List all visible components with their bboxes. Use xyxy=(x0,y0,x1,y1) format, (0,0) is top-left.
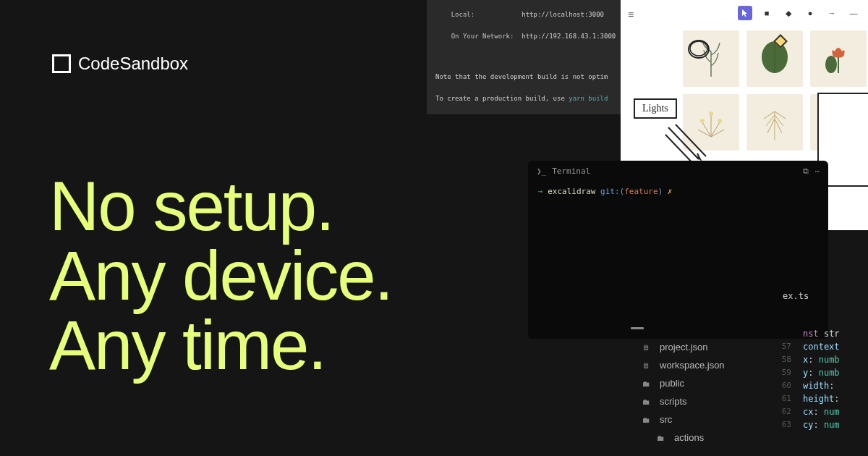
square-tool-button[interactable]: ■ xyxy=(760,6,774,20)
file-icon: 🗎 xyxy=(642,343,652,352)
logo-text: CodeSandbox xyxy=(78,54,188,74)
folder-item-actions[interactable]: 🖿 actions xyxy=(621,428,774,447)
prompt-dirty-icon: ✗ xyxy=(668,187,673,196)
terminal-header: ❯_ Terminal ⧉ ⋯ xyxy=(528,161,828,181)
file-name: project.json xyxy=(660,342,707,352)
prompt-directory: excalidraw xyxy=(548,187,595,196)
code-line: 60 width: xyxy=(774,379,868,392)
drag-handle-icon[interactable] xyxy=(631,327,644,329)
terminal-prompt-icon: ❯_ xyxy=(537,166,546,176)
build-note-1: Note that the development build is not o… xyxy=(435,73,612,80)
folder-item-src[interactable]: 🖿 src xyxy=(621,410,774,428)
plant-image-3[interactable] xyxy=(810,30,867,87)
file-explorer[interactable]: 🗎 project.json 🗎 workspace.json 🖿 public… xyxy=(621,327,774,447)
folder-name: scripts xyxy=(660,396,687,407)
arrow-tool-button[interactable]: → xyxy=(825,6,839,20)
svg-point-2 xyxy=(709,111,713,116)
line-tool-button[interactable]: — xyxy=(846,6,861,20)
split-pane-icon[interactable]: ⧉ xyxy=(803,166,809,176)
circle-annotation xyxy=(686,38,712,61)
code-line: 58 x: numb xyxy=(774,353,868,366)
code-editor[interactable]: ex.ts nst str 57 context 58 x: numb 59 y… xyxy=(774,287,868,431)
folder-name: src xyxy=(660,414,672,425)
local-url: http://localhost:3000 xyxy=(522,11,604,18)
folder-item-scripts[interactable]: 🖿 scripts xyxy=(621,392,774,410)
file-item-workspace-json[interactable]: 🗎 workspace.json xyxy=(621,356,774,374)
network-url: http://192.168.43.1:3000 xyxy=(522,33,616,40)
pointer-tool-button[interactable] xyxy=(738,6,752,20)
file-icon: 🗎 xyxy=(642,361,652,370)
code-line: nst str xyxy=(774,327,868,340)
file-name: workspace.json xyxy=(660,360,725,371)
more-icon[interactable]: ⋯ xyxy=(814,166,820,176)
dev-server-output: Local: http://localhost:3000 On Your Net… xyxy=(427,0,621,114)
build-cmd: yarn build xyxy=(569,95,608,102)
svg-point-1 xyxy=(825,56,837,73)
local-label: Local: xyxy=(451,11,475,18)
folder-icon: 🖿 xyxy=(642,379,652,388)
build-note-2: To create a production build, use xyxy=(435,95,569,102)
terminal-body[interactable]: → excalidraw git:(feature) ✗ xyxy=(528,181,828,202)
drawing-toolbar: ■ ◆ ● → — xyxy=(738,6,861,20)
code-line: 63 cy: num xyxy=(774,418,868,431)
code-line: 59 y: numb xyxy=(774,366,868,379)
folder-item-public[interactable]: 🖿 public xyxy=(621,374,774,392)
code-line: 62 cx: num xyxy=(774,405,868,418)
prompt-arrow-icon: → xyxy=(538,187,548,196)
circle-tool-button[interactable]: ● xyxy=(803,6,817,20)
logo: CodeSandbox xyxy=(52,54,188,74)
file-item-project-json[interactable]: 🗎 project.json xyxy=(621,338,774,356)
folder-name: actions xyxy=(674,432,704,443)
headline-line-2: Any device. xyxy=(49,242,392,310)
headline-line-3: Any time. xyxy=(49,311,392,379)
prompt-git-suffix: ) xyxy=(658,187,663,196)
lights-label[interactable]: Lights xyxy=(634,98,677,119)
hamburger-icon[interactable]: ≡ xyxy=(628,9,634,20)
folder-icon: 🖿 xyxy=(642,415,652,424)
logo-square-icon xyxy=(52,54,71,73)
diamond-tool-button[interactable]: ◆ xyxy=(781,6,796,20)
folder-name: public xyxy=(660,378,684,389)
plant-image-5[interactable] xyxy=(746,94,803,151)
code-line: 57 context xyxy=(774,340,868,353)
terminal-title: Terminal xyxy=(552,166,590,176)
prompt-branch: feature xyxy=(624,187,658,196)
prompt-git-prefix: git:( xyxy=(600,187,624,196)
svg-point-8 xyxy=(690,41,707,56)
folder-icon: 🖿 xyxy=(657,434,667,442)
editor-tab[interactable]: ex.ts xyxy=(774,287,868,305)
network-label: On Your Network: xyxy=(451,33,514,40)
headline-line-1: No setup. xyxy=(49,172,392,240)
svg-point-4 xyxy=(718,119,722,123)
folder-icon: 🖿 xyxy=(642,397,652,406)
headline: No setup. Any device. Any time. xyxy=(49,172,392,381)
code-line: 61 height: xyxy=(774,392,868,405)
